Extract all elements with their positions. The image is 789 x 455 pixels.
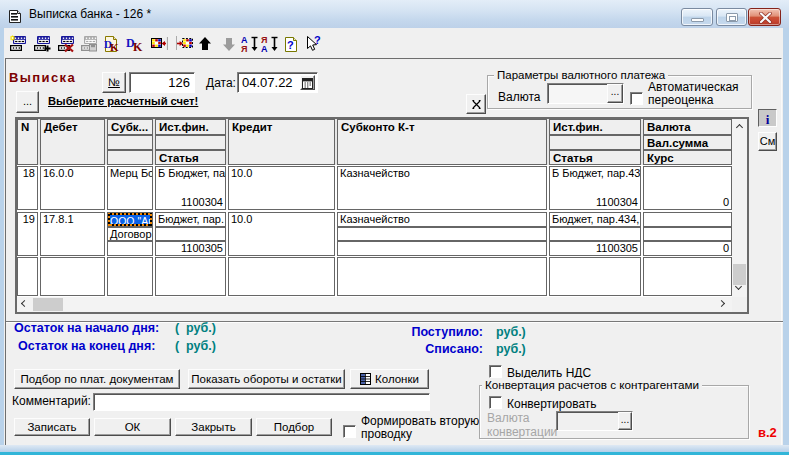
svg-text:K: K [133,40,143,53]
svg-text:Я: Я [241,44,247,54]
svg-text:Я: Я [261,35,267,45]
svg-text:?: ? [314,35,321,46]
svg-text:K: K [110,41,119,53]
svg-text:?: ? [287,39,294,51]
